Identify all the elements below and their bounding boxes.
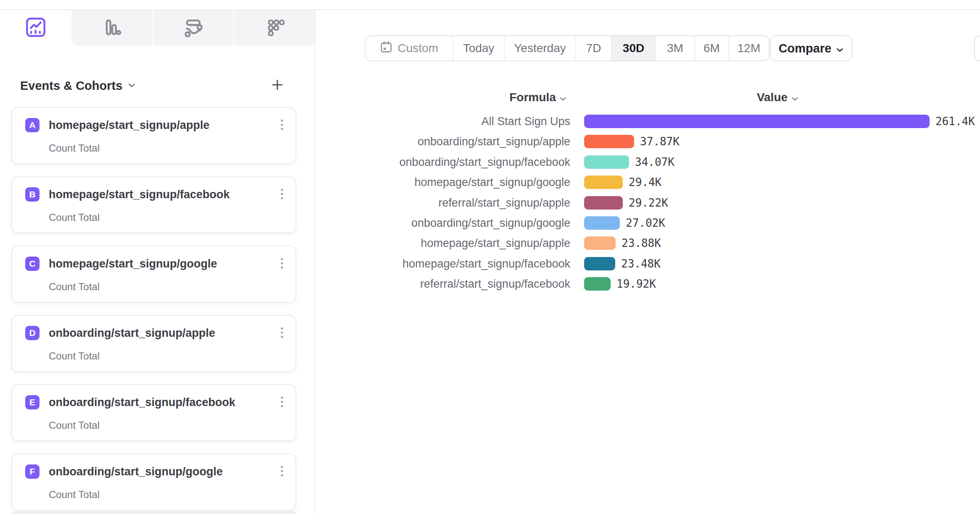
chart-row-label: homepage/start_signup/apple <box>294 236 570 250</box>
tab-line-chart[interactable] <box>0 10 71 46</box>
events-cohorts-title: Events & Cohorts <box>20 79 122 93</box>
event-name: onboarding/start_signup/google <box>49 464 223 479</box>
range-label: Yesterday <box>514 42 566 55</box>
tab-flows[interactable] <box>152 10 234 46</box>
range-yesterday[interactable]: Yesterday <box>504 36 575 60</box>
chart-bar-value: 29.22K <box>629 196 668 210</box>
chart-bar[interactable] <box>584 135 634 148</box>
range-label: 3M <box>667 42 683 55</box>
flows-icon <box>183 17 203 39</box>
chart-bar-value: 19.92K <box>616 277 656 291</box>
chart-bar[interactable] <box>584 257 615 270</box>
event-metric[interactable]: Count Total <box>49 420 100 431</box>
chevron-down-icon <box>792 91 798 104</box>
range-custom[interactable]: Custom <box>366 36 453 60</box>
chart-bar[interactable] <box>584 216 620 230</box>
kebab-menu-icon[interactable] <box>280 464 284 479</box>
chart-row-label: homepage/start_signup/google <box>294 175 570 189</box>
chart-row: referral/start_signup/facebook19.92K <box>0 277 980 291</box>
plus-icon <box>271 78 284 93</box>
event-name: onboarding/start_signup/apple <box>49 326 215 340</box>
add-event-button[interactable] <box>269 77 286 94</box>
event-card[interactable]: Chomepage/start_signup/googleCount Total <box>11 246 296 303</box>
compare-label: Compare <box>779 42 832 55</box>
chart-row: referral/start_signup/apple29.22K <box>0 196 980 210</box>
chart-bar[interactable] <box>584 277 611 291</box>
chart-row-label: referral/start_signup/apple <box>294 196 570 210</box>
value-header-label: Value <box>757 91 788 104</box>
range-label: Custom <box>398 42 438 55</box>
event-metric[interactable]: Count Total <box>49 350 100 362</box>
event-letter-badge: F <box>25 464 40 479</box>
chart-bar-value: 261.4K <box>935 114 975 128</box>
tab-funnel[interactable] <box>234 10 315 46</box>
event-metric[interactable]: Count Total <box>49 489 100 501</box>
chart-bar-value: 27.02K <box>626 216 665 230</box>
chart-bar[interactable] <box>584 115 930 128</box>
chart-bar-value: 34.07K <box>635 155 674 169</box>
kebab-menu-icon[interactable] <box>280 395 284 409</box>
range-label: Today <box>463 42 495 55</box>
date-range-selector: CustomTodayYesterday7D30D3M6M12M <box>365 35 769 61</box>
range-today[interactable]: Today <box>453 36 504 60</box>
chart-bar[interactable] <box>584 155 629 169</box>
chevron-down-icon <box>560 91 566 104</box>
chart-bar-value: 23.88K <box>622 236 661 250</box>
value-header[interactable]: Value <box>757 90 798 105</box>
chart-row: homepage/start_signup/google29.4K <box>0 175 980 189</box>
chart-bar[interactable] <box>584 176 623 189</box>
chart-row: onboarding/start_signup/google27.02K <box>0 216 980 230</box>
event-card[interactable]: Eonboarding/start_signup/facebookCount T… <box>11 384 296 441</box>
kebab-menu-icon[interactable] <box>280 326 284 340</box>
range-label: 30D <box>623 42 644 55</box>
range-12m[interactable]: 12M <box>728 36 769 60</box>
clipped-button[interactable] <box>974 35 980 61</box>
chart-row-label: onboarding/start_signup/facebook <box>294 155 570 169</box>
range-3m[interactable]: 3M <box>655 36 694 60</box>
range-6m[interactable]: 6M <box>694 36 728 60</box>
range-7d[interactable]: 7D <box>575 36 611 60</box>
event-card[interactable]: Fonboarding/start_signup/googleCount Tot… <box>11 454 296 511</box>
event-letter-badge: D <box>25 326 40 340</box>
calendar-icon <box>380 41 393 56</box>
event-name: onboarding/start_signup/facebook <box>49 395 235 409</box>
bar-chart-icon <box>102 17 122 39</box>
events-cohorts-header[interactable]: Events & Cohorts <box>20 77 135 94</box>
chart-bar[interactable] <box>584 236 616 250</box>
chart-row: onboarding/start_signup/apple37.87K <box>0 134 980 149</box>
chart-row-label: onboarding/start_signup/apple <box>294 134 570 149</box>
event-card[interactable]: Donboarding/start_signup/appleCount Tota… <box>11 315 296 372</box>
chart-row-label: onboarding/start_signup/google <box>294 216 570 230</box>
range-label: 7D <box>586 42 601 55</box>
range-label: 12M <box>738 42 760 55</box>
event-letter-badge: E <box>25 395 40 409</box>
tab-bar-chart[interactable] <box>71 10 152 46</box>
chart-row-label: All Start Sign Ups <box>294 114 570 128</box>
chart-row: homepage/start_signup/apple23.88K <box>0 236 980 250</box>
chevron-down-icon <box>836 42 843 55</box>
chart-bar-value: 29.4K <box>629 175 661 189</box>
chart-bar[interactable] <box>584 196 623 210</box>
chart-bar-value: 37.87K <box>640 134 680 149</box>
formula-header[interactable]: Formula <box>509 90 566 105</box>
range-30d[interactable]: 30D <box>611 36 655 60</box>
chart-bar-value: 23.48K <box>621 257 661 271</box>
line-chart-icon <box>26 17 46 39</box>
compare-button[interactable]: Compare <box>770 35 852 61</box>
chevron-down-icon <box>128 82 135 89</box>
formula-header-label: Formula <box>509 91 556 104</box>
range-label: 6M <box>703 42 720 55</box>
next-event-card-peek <box>11 511 296 514</box>
chart-row: onboarding/start_signup/facebook34.07K <box>0 155 980 169</box>
chart-row: All Start Sign Ups261.4K <box>0 114 980 128</box>
chart-row-label: referral/start_signup/facebook <box>294 277 570 291</box>
chart-row-label: homepage/start_signup/facebook <box>294 257 570 271</box>
chart-row: homepage/start_signup/facebook23.48K <box>0 257 980 271</box>
chart-type-tabs <box>71 10 315 46</box>
funnel-dots-icon <box>265 17 285 39</box>
